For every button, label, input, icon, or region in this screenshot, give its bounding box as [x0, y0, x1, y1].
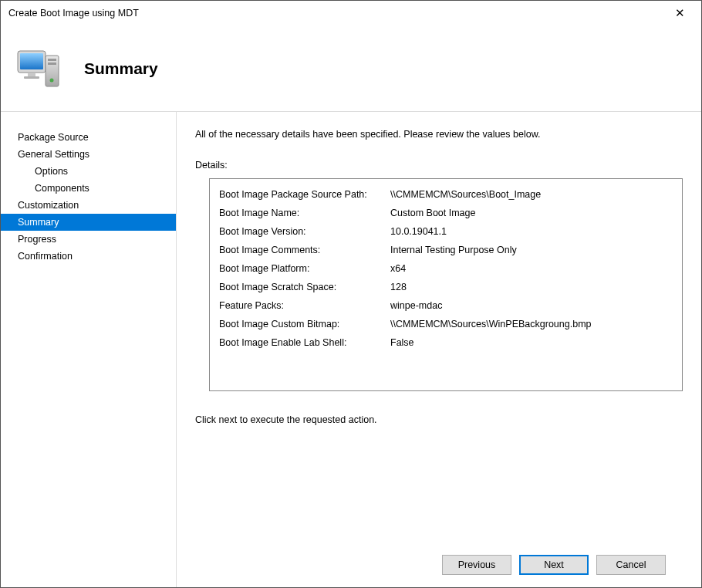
svg-rect-3 [24, 76, 39, 79]
page-title: Summary [84, 59, 158, 78]
details-value: \\CMMEMCM\Sources\Boot_Image [390, 185, 673, 204]
details-row: Boot Image Name:Custom Boot Image [219, 204, 673, 222]
nav-item-general-settings[interactable]: General Settings [1, 146, 176, 163]
computer-icon [15, 45, 62, 93]
details-key: Boot Image Custom Bitmap: [219, 315, 390, 333]
details-key: Boot Image Scratch Space: [219, 278, 390, 296]
nav-item-package-source[interactable]: Package Source [1, 129, 176, 146]
wizard-window: Create Boot Image using MDT ✕ [0, 0, 702, 588]
nav-item-customization[interactable]: Customization [1, 197, 176, 214]
details-row: Boot Image Platform:x64 [219, 259, 673, 278]
details-value: Internal Testing Purpose Only [390, 241, 673, 259]
details-row: Boot Image Version:10.0.19041.1 [219, 222, 673, 241]
details-value: False [390, 333, 673, 352]
next-button[interactable]: Next [519, 555, 589, 575]
intro-text: All of the necessary details have been s… [195, 129, 683, 140]
wizard-header: Summary [1, 25, 701, 112]
svg-rect-6 [48, 63, 56, 65]
details-value: 128 [390, 278, 673, 296]
svg-point-7 [50, 78, 54, 82]
nav-item-confirmation[interactable]: Confirmation [1, 248, 176, 265]
wizard-body: Package SourceGeneral SettingsOptionsCom… [1, 112, 701, 587]
close-icon: ✕ [675, 6, 685, 20]
details-row: Boot Image Package Source Path:\\CMMEMCM… [219, 185, 673, 204]
cancel-button[interactable]: Cancel [596, 555, 666, 575]
details-row: Boot Image Comments:Internal Testing Pur… [219, 241, 673, 259]
details-value: x64 [390, 259, 673, 278]
nav-item-components[interactable]: Components [1, 180, 176, 197]
details-key: Boot Image Platform: [219, 259, 390, 278]
details-row: Feature Packs:winpe-mdac [219, 296, 673, 315]
wizard-content: All of the necessary details have been s… [177, 112, 701, 587]
details-value: winpe-mdac [390, 296, 673, 315]
details-row: Boot Image Enable Lab Shell:False [219, 333, 673, 352]
nav-item-options[interactable]: Options [1, 163, 176, 180]
details-key: Boot Image Package Source Path: [219, 185, 390, 204]
window-title: Create Boot Image using MDT [8, 8, 664, 19]
details-box: Boot Image Package Source Path:\\CMMEMCM… [209, 178, 683, 391]
details-key: Boot Image Name: [219, 204, 390, 222]
button-bar: Previous Next Cancel [195, 542, 683, 587]
close-button[interactable]: ✕ [664, 2, 695, 24]
svg-rect-2 [28, 73, 35, 76]
details-row: Boot Image Scratch Space:128 [219, 278, 673, 296]
previous-button[interactable]: Previous [442, 555, 511, 575]
details-label: Details: [195, 160, 683, 171]
details-key: Boot Image Enable Lab Shell: [219, 333, 390, 352]
details-value: Custom Boot Image [390, 204, 673, 222]
details-key: Feature Packs: [219, 296, 390, 315]
svg-rect-1 [20, 53, 43, 69]
nav-item-summary[interactable]: Summary [1, 214, 176, 231]
wizard-nav: Package SourceGeneral SettingsOptionsCom… [1, 112, 177, 587]
details-value: 10.0.19041.1 [390, 222, 673, 241]
details-row: Boot Image Custom Bitmap:\\CMMEMCM\Sourc… [219, 315, 673, 333]
details-value: \\CMMEMCM\Sources\WinPEBackgroung.bmp [390, 315, 673, 333]
svg-rect-5 [48, 59, 56, 61]
footer-text: Click next to execute the requested acti… [195, 414, 683, 425]
titlebar: Create Boot Image using MDT ✕ [1, 1, 701, 25]
details-key: Boot Image Version: [219, 222, 390, 241]
details-key: Boot Image Comments: [219, 241, 390, 259]
nav-item-progress[interactable]: Progress [1, 231, 176, 248]
